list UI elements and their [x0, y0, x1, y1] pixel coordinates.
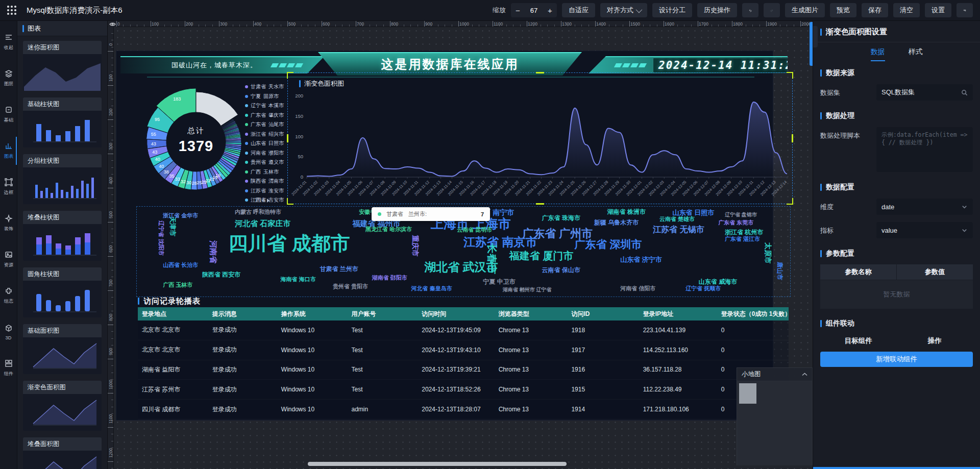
legend-item[interactable]: 陕西省渭南市 [245, 177, 289, 186]
access-log-table-component[interactable]: 访问记录轮播表 登录地点提示消息操作系统用户账号访问时间浏览器类型访问ID登录I… [138, 295, 789, 419]
library-card[interactable]: 迷你面积图 [23, 41, 102, 91]
more-button[interactable] [957, 3, 973, 17]
library-card[interactable]: 分组柱状图 [23, 154, 102, 204]
legend-item[interactable]: 辽宁省本溪市 [245, 101, 289, 111]
wordcloud-word: 太原市 [765, 242, 772, 264]
add-linkage-button[interactable]: 新增联动组件 [820, 352, 973, 367]
table-row[interactable]: 北京市 北京市登录成功Windows 10Test2024-12-13T19:4… [138, 320, 789, 340]
minimap-header[interactable]: 小地图 [737, 368, 812, 381]
donut-chart-component[interactable]: 183955543434040383533323028252522211918 … [143, 79, 288, 204]
zoom-value[interactable]: 67 [525, 7, 543, 14]
design-canvas[interactable]: 0100200300400500600700800900100011001200… [108, 21, 813, 469]
dimension-select[interactable]: date [876, 199, 973, 215]
library-card[interactable]: 堆叠柱状图 [23, 211, 102, 261]
legend-item[interactable]: 浙江省绍兴市 [245, 130, 289, 139]
library-card[interactable]: 渐变色面积图 [23, 381, 102, 431]
align-button[interactable]: 对齐方式 [600, 3, 647, 17]
table-row[interactable]: 湖南省 益阳市登录成功Windows 10Test2024-12-13T19:3… [138, 360, 789, 380]
preview-button[interactable]: 预览 [830, 3, 856, 17]
legend-item[interactable]: 广东省肇庆市 [245, 111, 289, 120]
legend-dot [245, 152, 248, 155]
inspector-collapse-handle[interactable] [813, 26, 818, 47]
tooltip-province: 甘肃省 [386, 210, 403, 218]
chevron-down-icon [961, 204, 968, 210]
selection-corner[interactable] [287, 198, 293, 205]
dataset-input[interactable]: SQL数据集 [876, 84, 973, 101]
minimap-viewport-thumb[interactable] [739, 383, 756, 404]
resize-handle[interactable] [287, 134, 288, 142]
dashboard-board[interactable]: 国破山河在，城春草木深。 这是用数据库在线应用 2024-12-14 11:31… [116, 51, 773, 420]
resize-handle[interactable] [536, 72, 544, 73]
card-title: 圆角柱状图 [23, 267, 102, 281]
visibility-toggle[interactable] [108, 21, 116, 27]
history-button[interactable]: 历史操作 [697, 3, 737, 17]
resize-handle[interactable] [536, 203, 544, 205]
selection-corner[interactable] [787, 72, 793, 79]
table-row[interactable]: 江苏省 苏州市登录成功Windows 10Test2024-12-13T18:5… [138, 380, 789, 400]
table-row[interactable]: 四川省 成都市登录成功Windows 10admin2024-12-13T18:… [138, 400, 789, 419]
sidebar-item-layers[interactable]: 图层 [0, 60, 17, 96]
tab-style[interactable]: 样式 [909, 47, 923, 61]
apps-grid-icon[interactable] [7, 6, 16, 15]
ruler-label: 1600 [665, 21, 674, 27]
sidebar-item-assembly[interactable]: 组态 [0, 278, 17, 314]
wordcloud-word: 重庆市 [412, 235, 419, 257]
wordcloud-word: 甘肃省 兰州市 [320, 266, 358, 272]
next-page-icon[interactable] [267, 199, 270, 203]
svg-text:150: 150 [295, 113, 303, 119]
script-textarea[interactable] [876, 127, 973, 172]
table-cell: Windows 10 [277, 347, 348, 354]
table-row[interactable]: 北京市 北京市登录成功Windows 10Test2024-12-13T19:4… [138, 340, 789, 360]
dataset-label: 数据集 [820, 84, 872, 97]
assembly-icon [5, 287, 13, 295]
sidebar-item-decorate[interactable]: 装饰 [0, 205, 17, 241]
sidebar-item-resource[interactable]: 资源 [0, 241, 17, 278]
dash-decoration [615, 63, 646, 67]
legend-item[interactable]: 贵州省遵义市 [245, 158, 289, 167]
ruler-label: 1700 [699, 21, 708, 27]
library-card[interactable]: 堆叠面积图 [23, 437, 102, 469]
redo-button[interactable] [764, 3, 780, 17]
legend-province: 浙江省 [251, 131, 266, 138]
metric-select[interactable]: value [876, 222, 973, 238]
selection-corner[interactable] [787, 198, 793, 205]
legend-item[interactable]: 江苏省淮安市 [245, 186, 289, 196]
zoom-out-button[interactable]: − [511, 3, 525, 17]
gradient-area-chart-component[interactable]: 渐变色面积图 0501001502002024-11-012024-11-022… [287, 72, 793, 204]
legend-item[interactable]: 广西玉林市 [245, 167, 289, 177]
library-card[interactable]: 基础柱状图 [23, 97, 102, 147]
sidebar-item-chart[interactable]: 图表 [0, 133, 17, 169]
design-assign-button[interactable]: 设计分工 [652, 3, 692, 17]
save-button[interactable]: 保存 [862, 3, 888, 17]
clear-button[interactable]: 清空 [893, 3, 920, 17]
target-component-header: 目标组件 [820, 336, 897, 345]
selection-corner[interactable] [287, 72, 293, 79]
zoom-in-button[interactable]: + [543, 3, 557, 17]
sidebar-item-base[interactable]: 基础 [0, 96, 17, 133]
undo-button[interactable] [742, 3, 758, 17]
legend-item[interactable]: 甘肃省天水市 [245, 82, 289, 92]
sidebar-item-border[interactable]: 边框 [0, 169, 17, 205]
legend-item[interactable]: 河南省濮阳市 [245, 149, 289, 158]
settings-button[interactable]: 设置 [925, 3, 951, 17]
generate-image-button[interactable]: 生成图片 [785, 3, 825, 17]
sidebar-item-widget[interactable]: 组件 [0, 350, 17, 386]
library-card[interactable]: 基础面积图 [23, 324, 102, 374]
ruler-label: 200 [108, 110, 113, 116]
chevron-up-icon[interactable] [802, 373, 807, 376]
library-card[interactable]: 圆角柱状图 [23, 267, 102, 317]
legend-item[interactable]: 山东省日照市 [245, 139, 289, 149]
legend-city: 肇庆市 [268, 112, 284, 119]
sidebar-item-collapse[interactable]: 收起 [0, 24, 17, 60]
legend-item[interactable]: 广东省汕尾市 [245, 120, 289, 130]
minimap-body[interactable] [737, 381, 812, 465]
search-icon[interactable] [961, 89, 968, 96]
tab-data[interactable]: 数据 [871, 47, 885, 61]
fit-button[interactable]: 自适应 [562, 3, 595, 17]
resize-handle[interactable] [792, 134, 793, 142]
ruler-label: 600 [108, 246, 113, 253]
legend-item[interactable]: 宁夏固原市 [245, 92, 289, 102]
horizontal-scrollbar[interactable] [308, 462, 567, 466]
panel-collapse-tab[interactable] [810, 22, 813, 66]
sidebar-item-three-d[interactable]: 3D [0, 314, 17, 350]
